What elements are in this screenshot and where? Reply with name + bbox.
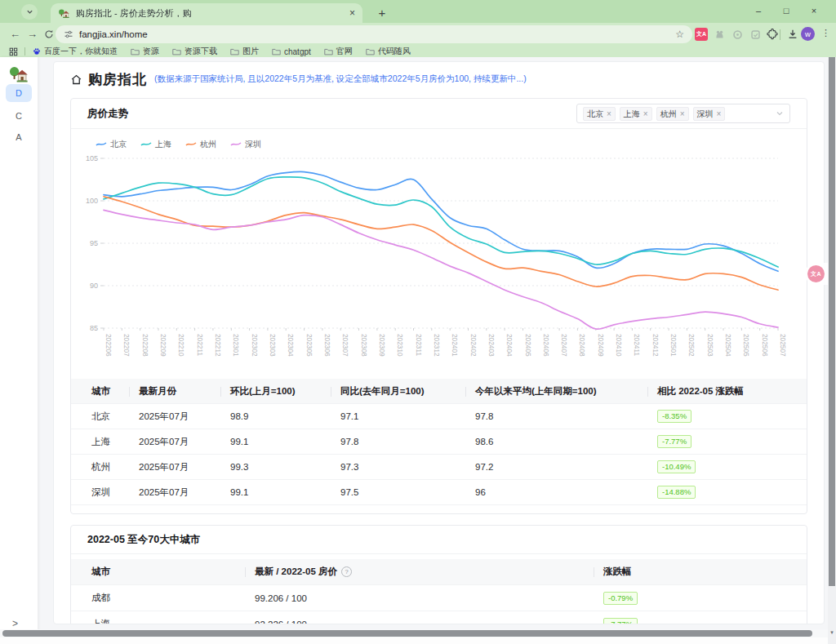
app-logo[interactable] [8, 64, 29, 85]
window-close-button[interactable]: × [800, 0, 828, 21]
vertical-scrollbar-thumb[interactable] [829, 57, 835, 586]
browser-menu-button[interactable]: ⋮ [821, 28, 830, 38]
city-tag-beijing[interactable]: 北京× [583, 107, 616, 121]
horizontal-scrollbar[interactable] [0, 629, 828, 637]
address-bar[interactable]: fangjia.xin/home ☆ [56, 25, 692, 43]
remove-tag-icon[interactable]: × [717, 109, 722, 119]
cell-city: 上海 [91, 618, 255, 624]
svg-text:202308: 202308 [360, 334, 368, 357]
extension-icon-2[interactable] [731, 28, 744, 41]
svg-text:202504: 202504 [724, 334, 732, 357]
new-tab-button[interactable]: + [374, 4, 390, 20]
legend-item[interactable]: 杭州 [185, 139, 216, 150]
svg-text:100: 100 [86, 197, 98, 205]
city-tag-shanghai[interactable]: 上海× [620, 107, 652, 121]
translate-extension-icon[interactable]: 文A [695, 28, 708, 41]
bookmark-folder-chatgpt[interactable]: chatgpt [272, 47, 311, 56]
horizontal-scrollbar-thumb[interactable] [2, 630, 812, 637]
extension-icon-3[interactable] [749, 28, 762, 41]
remove-tag-icon[interactable]: × [607, 109, 611, 119]
city-tag-hangzhou[interactable]: 杭州× [656, 107, 689, 121]
remove-tag-icon[interactable]: × [680, 109, 685, 119]
folder-icon [230, 48, 239, 56]
trend-chart-container: 北京上海杭州深圳 8590951001052022062022072022082… [71, 129, 807, 372]
tab-title: 购房指北 - 房价走势分析，购 [76, 7, 345, 20]
downloads-button[interactable] [786, 28, 799, 41]
svg-text:202404: 202404 [505, 334, 514, 357]
cell-city: 北京 [91, 411, 139, 423]
help-icon[interactable]: ? [341, 566, 352, 577]
table-row: 深圳 2025年07月 99.1 97.5 96 -14.88% [71, 480, 807, 505]
cell-city: 深圳 [91, 486, 139, 499]
sidebar-item-c[interactable]: C [6, 107, 32, 125]
bookmark-star-icon[interactable]: ☆ [675, 29, 684, 40]
window-minimize-button[interactable]: – [745, 0, 772, 21]
cities-card-title: 2022-05 至今70大中城市 [87, 533, 200, 547]
apps-grid-icon[interactable] [7, 45, 20, 58]
bookmark-folder-ziyuan[interactable]: 资源 [131, 46, 159, 57]
change-badge: -0.79% [603, 592, 638, 605]
bookmark-folder-tupian[interactable]: 图片 [230, 46, 259, 57]
bookmark-folder-guanwang[interactable]: 官网 [324, 46, 353, 57]
back-button[interactable]: ← [10, 29, 20, 40]
extension-icon-1[interactable] [713, 28, 726, 41]
svg-text:202212: 202212 [214, 334, 222, 357]
city-tag-shenzhen[interactable]: 深圳× [693, 107, 726, 121]
trend-card-title: 房价走势 [87, 107, 128, 121]
reload-button[interactable] [44, 29, 54, 42]
svg-text:202412: 202412 [651, 334, 660, 357]
legend-line-icon [140, 140, 152, 149]
vertical-scrollbar[interactable]: ▾ [828, 57, 836, 644]
translate-icon: 文A [807, 265, 825, 282]
trend-chart[interactable]: 8590951001052022062022072022082022092022… [84, 150, 807, 369]
folder-icon [366, 48, 375, 56]
svg-text:202310: 202310 [396, 334, 404, 357]
col-header-change: 相比 2022-05 涨跌幅 [657, 385, 807, 398]
svg-text:202401: 202401 [451, 334, 459, 357]
change-badge: -7.77% [657, 435, 691, 448]
table-row: 上海 2025年07月 99.1 97.8 98.6 -7.77% [71, 429, 807, 455]
browser-window: 购房指北 - 房价走势分析，购 × + – □ × ← → fangjia.xi… [0, 0, 836, 644]
site-settings-icon[interactable] [64, 29, 73, 39]
cell-month: 2025年07月 [139, 411, 230, 423]
chevron-down-icon[interactable] [776, 106, 784, 121]
url-text[interactable]: fangjia.xin/home [79, 29, 675, 39]
remove-tag-icon[interactable]: × [643, 109, 648, 119]
svg-text:202408: 202408 [578, 334, 586, 357]
svg-text:202307: 202307 [341, 334, 349, 357]
svg-text:202410: 202410 [615, 334, 623, 357]
sidebar-item-a[interactable]: A [6, 128, 32, 146]
tab-close-icon[interactable]: × [349, 8, 355, 18]
cell-change: -8.35% [657, 410, 807, 423]
cities-card-header: 2022-05 至今70大中城市 [71, 526, 807, 554]
forward-button[interactable]: → [27, 29, 38, 40]
change-badge: -14.88% [657, 486, 696, 499]
profile-avatar[interactable]: w [801, 27, 815, 41]
svg-text:202210: 202210 [177, 334, 185, 357]
cell-month: 2025年07月 [139, 461, 230, 473]
legend-label: 深圳 [245, 139, 261, 150]
window-maximize-button[interactable]: □ [772, 0, 800, 21]
extensions-puzzle-icon[interactable] [766, 28, 779, 41]
bookmark-folder-ziyuanxiazai[interactable]: 资源下载 [172, 46, 217, 57]
legend-item[interactable]: 北京 [96, 139, 127, 150]
city-multiselect[interactable]: 北京× 上海× 杭州× 深圳× [576, 104, 790, 123]
active-tab[interactable]: 购房指北 - 房价走势分析，购 × [51, 3, 362, 23]
floating-translate-button[interactable]: 文A [805, 263, 828, 285]
cell-month: 2025年07月 [139, 486, 230, 499]
svg-text:202409: 202409 [597, 334, 605, 357]
legend-item[interactable]: 上海 [140, 139, 171, 150]
legend-item[interactable]: 深圳 [230, 139, 261, 150]
scroll-down-arrow[interactable]: ▾ [828, 629, 836, 636]
bookmark-baidu[interactable]: 百度一下，你就知道 [33, 46, 118, 57]
sidebar-collapse-button[interactable]: > [12, 618, 18, 629]
change-badge: -10.49% [657, 460, 696, 473]
bookmarks-separator [24, 47, 25, 56]
bookmark-folder-daimasuifeng[interactable]: 代码随风 [366, 46, 411, 57]
cell-yoy: 97.1 [340, 411, 475, 421]
sidebar-item-d[interactable]: D [6, 84, 32, 102]
svg-text:202311: 202311 [415, 334, 423, 356]
tab-search-button[interactable] [21, 4, 38, 20]
svg-text:202506: 202506 [761, 334, 769, 357]
svg-text:202303: 202303 [269, 334, 277, 357]
